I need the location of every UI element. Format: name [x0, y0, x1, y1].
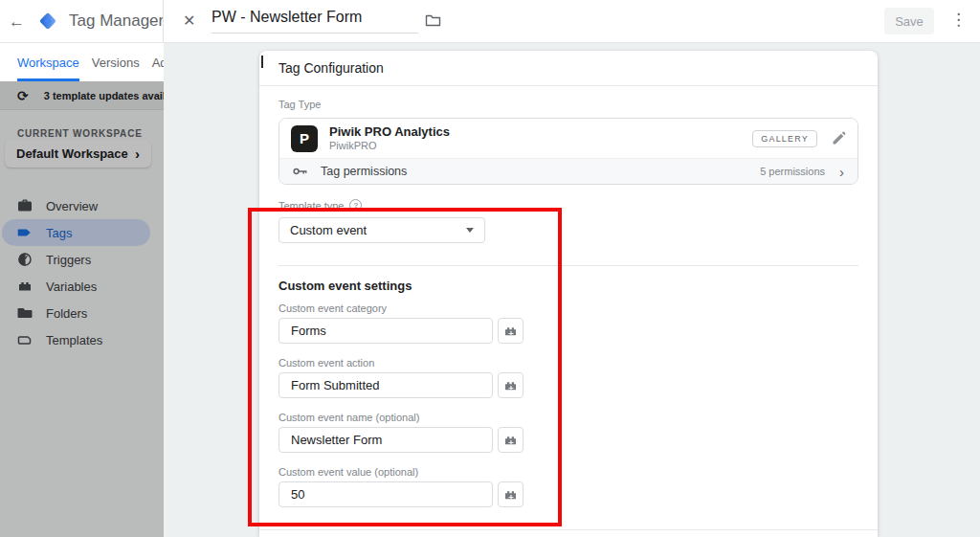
sidebar-item-label: Overview — [46, 199, 98, 213]
chevron-right-icon: › — [839, 165, 844, 179]
key-icon — [293, 167, 308, 176]
save-button[interactable]: Save — [884, 8, 934, 34]
template-updates-banner[interactable]: ⟳ 3 template updates available — [0, 81, 164, 110]
tab-workspace[interactable]: Workspace — [17, 43, 79, 81]
custom-event-category-input[interactable]: Forms — [278, 318, 493, 344]
workspace-tab-bar: Workspace Versions Admin — [0, 43, 164, 81]
variable-picker-button[interactable] — [498, 372, 523, 398]
custom-event-settings-heading: Custom event settings — [278, 279, 412, 293]
tag-permissions-row[interactable]: Tag permissions 5 permissions › — [279, 158, 858, 184]
sidebar-item-label: Tags — [46, 226, 72, 240]
edit-pencil-icon[interactable] — [832, 131, 846, 145]
overview-icon — [17, 198, 33, 213]
tab-admin[interactable]: Admin — [152, 43, 164, 81]
custom-event-name-label: Custom event name (optional) — [278, 412, 419, 423]
template-type-label: Template type — [278, 200, 344, 212]
sidebar-nav: Overview Tags Triggers Variables Folders — [0, 192, 164, 353]
back-arrow-icon[interactable]: ← — [9, 13, 25, 30]
sidebar-item-label: Templates — [46, 333, 102, 347]
variable-brick-icon — [504, 489, 518, 501]
custom-event-value-label: Custom event value (optional) — [278, 466, 418, 478]
variable-brick-icon — [504, 380, 518, 392]
workspace-selector-button[interactable]: Default Workspace › — [5, 140, 151, 168]
tag-icon — [17, 225, 33, 240]
gtm-app-window: ← Tag Manager ✕ PW - Newsletter Form Sav… — [0, 0, 980, 537]
folder-icon — [17, 305, 33, 321]
top-bar: ← Tag Manager ✕ PW - Newsletter Form Sav… — [0, 0, 980, 43]
tag-manager-logo-icon — [37, 11, 58, 32]
tag-permissions-label: Tag permissions — [321, 165, 407, 178]
trigger-icon — [17, 252, 33, 267]
section-divider — [278, 265, 858, 266]
tag-type-label: Tag Type — [278, 99, 321, 110]
permissions-count: 5 permissions — [760, 166, 825, 177]
more-options-icon[interactable]: ⋮ — [950, 11, 967, 30]
update-refresh-icon: ⟳ — [17, 89, 29, 102]
sidebar-item-templates[interactable]: Templates — [0, 326, 164, 353]
template-type-row: Template type ? — [278, 199, 362, 212]
template-updates-text: 3 template updates available — [44, 90, 164, 101]
dropdown-selected-value: Custom event — [290, 223, 367, 237]
custom-event-action-label: Custom event action — [278, 357, 374, 369]
tag-type-vendor: PiwikPRO — [329, 140, 450, 152]
sidebar-item-tags[interactable]: Tags — [0, 219, 164, 246]
variable-brick-icon — [504, 325, 518, 337]
tag-configuration-panel: Tag Configuration Tag Type P Piwik PRO A… — [259, 51, 878, 537]
sidebar-item-overview[interactable]: Overview — [0, 192, 164, 219]
tag-type-name: Piwik PRO Analytics — [329, 125, 450, 139]
tag-type-row[interactable]: P Piwik PRO Analytics PiwikPRO GALLERY — [279, 119, 858, 158]
tag-type-card: P Piwik PRO Analytics PiwikPRO GALLERY T… — [278, 118, 858, 185]
sidebar-item-label: Variables — [46, 280, 97, 294]
sidebar-item-folders[interactable]: Folders — [0, 300, 164, 326]
tag-name-field[interactable]: PW - Newsletter Form — [212, 9, 418, 34]
variable-brick-icon — [504, 435, 518, 446]
variable-brick-icon — [17, 279, 33, 294]
workspace-name: Default Workspace — [16, 146, 128, 161]
app-header: ← Tag Manager — [0, 0, 164, 42]
sidebar-item-label: Folders — [46, 306, 87, 321]
custom-event-name-input[interactable]: Newsletter Form — [278, 427, 493, 453]
gallery-badge[interactable]: GALLERY — [752, 130, 817, 147]
piwik-pro-logo: P — [291, 125, 318, 152]
custom-event-action-input[interactable]: Form Submitted — [278, 372, 493, 398]
sidebar-item-triggers[interactable]: Triggers — [0, 246, 164, 273]
chevron-down-icon — [466, 228, 474, 233]
custom-event-value-input[interactable]: 50 — [278, 481, 493, 507]
workspace-sidebar: ⟳ 3 template updates available CURRENT W… — [0, 81, 164, 537]
chevron-right-icon: › — [135, 146, 140, 161]
close-icon[interactable]: ✕ — [183, 11, 195, 30]
sidebar-item-variables[interactable]: Variables — [0, 273, 164, 300]
current-workspace-heading: CURRENT WORKSPACE — [17, 128, 143, 139]
variable-picker-button[interactable] — [498, 318, 523, 344]
tab-versions[interactable]: Versions — [92, 43, 140, 81]
app-title: Tag Manager — [69, 11, 164, 31]
template-icon — [17, 332, 33, 347]
panel-title: Tag Configuration — [278, 60, 384, 76]
help-icon[interactable]: ? — [349, 199, 362, 212]
panel-header: Tag Configuration — [259, 51, 878, 86]
section-divider — [259, 529, 878, 530]
custom-event-category-label: Custom event category — [278, 302, 387, 314]
variable-picker-button[interactable] — [498, 427, 523, 453]
variable-picker-button[interactable] — [498, 481, 523, 507]
text-cursor — [261, 56, 263, 68]
template-type-dropdown[interactable]: Custom event — [278, 217, 485, 243]
sidebar-item-label: Triggers — [46, 253, 91, 267]
folder-icon[interactable] — [425, 13, 441, 32]
